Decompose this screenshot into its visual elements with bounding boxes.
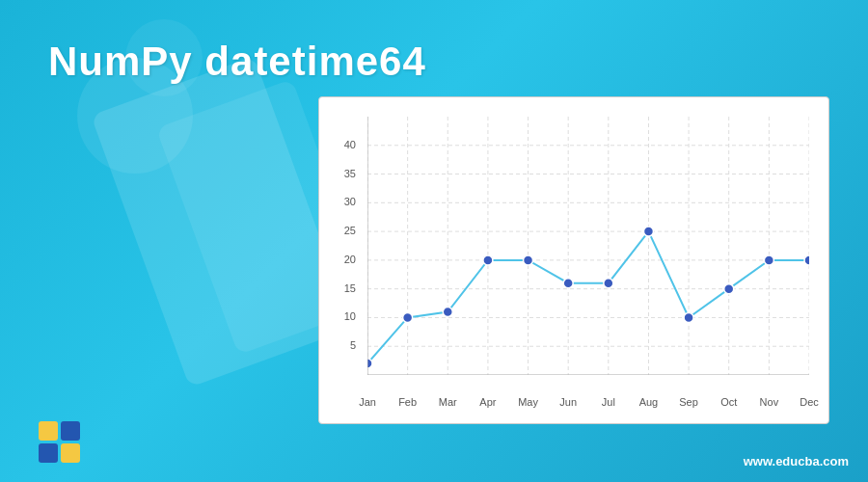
x-tick-label: Aug xyxy=(634,396,663,408)
x-tick-label: Jan xyxy=(353,396,382,408)
y-tick-label: 15 xyxy=(327,282,356,294)
x-tick-label: Feb xyxy=(393,396,422,408)
x-tick-label: Apr xyxy=(474,396,502,408)
y-tick-label: 10 xyxy=(327,310,356,322)
x-tick-label: Mar xyxy=(433,396,462,408)
logo-cell-3 xyxy=(39,443,58,463)
website-label: www.educba.com xyxy=(744,454,849,469)
logo-cell-2 xyxy=(61,421,80,441)
line-chart xyxy=(367,117,809,375)
y-tick-label: 5 xyxy=(327,339,356,351)
y-tick-label: 35 xyxy=(327,168,356,179)
y-tick-label: 30 xyxy=(327,196,356,207)
logo-cell-4 xyxy=(61,443,80,463)
y-tick-label: 25 xyxy=(327,225,356,236)
logo-cell-1 xyxy=(39,421,58,441)
x-tick-label: Jun xyxy=(554,396,583,408)
page-title: NumPy datetime64 xyxy=(48,39,426,85)
x-tick-label: May xyxy=(514,396,543,408)
logo xyxy=(39,421,80,463)
y-tick-label: 40 xyxy=(327,139,356,150)
x-tick-label: Nov xyxy=(754,396,783,408)
x-tick-label: Jul xyxy=(594,396,623,408)
chart-container: 510152025303540JanFebMarAprMayJunJulAugS… xyxy=(318,96,829,424)
x-tick-label: Sep xyxy=(674,396,703,408)
x-tick-label: Dec xyxy=(795,396,824,408)
y-tick-label: 20 xyxy=(327,254,356,265)
x-tick-label: Oct xyxy=(715,396,744,408)
